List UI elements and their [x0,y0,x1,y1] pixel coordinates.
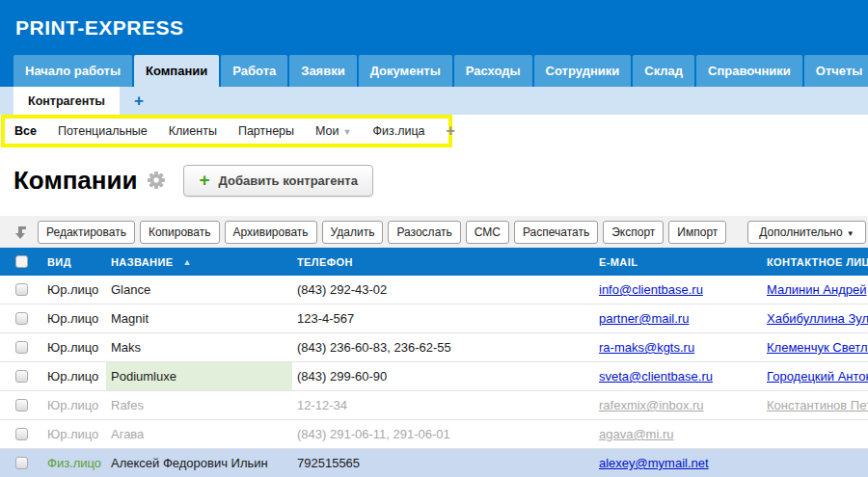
email-link[interactable]: ra-maks@kgts.ru [599,340,694,355]
filter-potencialnye[interactable]: Потенциальные [58,124,148,138]
copy-button[interactable]: Копировать [140,221,220,244]
tab-nachalo-raboty[interactable]: Начало работы [14,55,132,87]
column-header-email[interactable]: E-MAIL [595,256,761,268]
tab-sklad[interactable]: Склад [633,55,694,87]
caret-down-icon: ▼ [847,229,854,238]
row-checkbox[interactable] [15,457,28,469]
more-actions-button[interactable]: Дополнительно▼ [747,221,865,244]
row-checkbox[interactable] [15,428,28,440]
delete-button[interactable]: Удалить [322,221,384,244]
table-row[interactable]: Юр.лицо Glance (843) 292-43-02 info@clie… [0,276,868,305]
cell-type: Юр.лицо [42,427,106,441]
column-header-phone[interactable]: ТЕЛЕФОН [292,256,595,268]
email-link[interactable]: agava@mi.ru [599,427,674,441]
contact-link[interactable]: Хабибуллина Зуль [767,311,868,326]
tab-sotrudniki[interactable]: Сотрудники [534,55,632,87]
filter-bar: Все Потенциальные Клиенты Партнеры Мои▼ … [1,115,452,147]
cell-name-highlighted: Podiumluxe [106,362,292,390]
archive-button[interactable]: Архивировать [225,221,317,244]
more-actions-label: Дополнительно [759,225,842,239]
edit-button[interactable]: Редактировать [38,221,135,244]
cell-phone: 123-4-567 [292,311,595,326]
add-contractor-label: Добавить контрагента [219,173,358,188]
email-link[interactable]: info@clientbase.ru [599,282,703,297]
email-link[interactable]: alexey@mymail.net [599,456,709,470]
cell-name: Алексей Федорович Ильин [106,449,292,477]
tab-zayavki[interactable]: Заявки [289,55,356,87]
filter-partnery[interactable]: Партнеры [238,124,294,138]
table-row-archived[interactable]: Юр.лицо Rafes 12-12-34 rafexmix@inbox.ru… [0,391,868,420]
sms-button[interactable]: СМС [466,221,509,244]
subtab-kontragenty[interactable]: Контрагенты [14,87,120,115]
cell-name: Rafes [106,391,292,419]
cell-phone: (843) 292-43-02 [292,282,595,297]
row-checkbox[interactable] [15,283,28,296]
cell-name: Magnit [106,305,292,332]
cell-phone: 12-12-34 [292,398,595,412]
import-button[interactable]: Импорт [668,221,726,244]
filter-moi[interactable]: Мои▼ [315,124,351,138]
toolbar: Редактировать Копировать Архивировать Уд… [0,216,868,248]
cell-type: Юр.лицо [42,398,106,412]
table-row[interactable]: Юр.лицо Maks (843) 236-60-83, 236-62-55 … [0,333,868,362]
row-checkbox[interactable] [15,312,28,325]
cell-phone: (843) 236-60-83, 236-62-55 [292,340,595,355]
cell-name: Glance [106,276,292,304]
add-subtab-button[interactable]: + [120,87,158,115]
gear-icon[interactable] [147,171,166,190]
email-link[interactable]: sveta@clientbase.ru [599,369,713,384]
column-header-name[interactable]: НАЗВАНИЕ▲ [106,248,292,276]
tab-otchety[interactable]: Отчеты [804,55,868,87]
cell-name: Maks [106,333,292,361]
page-title: Компании [14,166,137,196]
filter-moi-label: Мои [315,124,339,138]
table-row[interactable]: Юр.лицо Magnit 123-4-567 partner@mail.ru… [0,305,868,333]
cell-phone: (843) 299-60-90 [292,369,595,384]
filter-klienty[interactable]: Клиенты [169,124,217,138]
cell-phone: 792515565 [292,456,595,470]
row-checkbox[interactable] [15,370,28,383]
table-header: ВИД НАЗВАНИЕ▲ ТЕЛЕФОН E-MAIL КОНТАКТНОЕ … [0,248,868,276]
cell-type: Юр.лицо [42,340,106,355]
export-button[interactable]: Экспорт [603,221,664,244]
tab-dokumenty[interactable]: Документы [359,55,452,87]
title-row: Компании + Добавить контрагента [14,159,868,201]
main-tab-bar: Начало работы Компании Работа Заявки Док… [0,55,868,87]
tab-rabota[interactable]: Работа [221,55,287,87]
cell-type: Юр.лицо [42,282,106,297]
column-header-type[interactable]: ВИД [42,256,106,268]
contact-link[interactable]: Клеменчук Светла [767,340,868,355]
send-button[interactable]: Разослать [388,221,460,244]
email-link[interactable]: rafexmix@inbox.ru [599,398,704,412]
collapse-down-arrow-icon[interactable] [14,225,27,240]
add-filter-button[interactable]: + [447,122,455,140]
table-row-selected[interactable]: Физ.лицо Алексей Федорович Ильин 7925155… [0,449,868,477]
filter-fizlica[interactable]: Физ.лица [372,124,424,138]
column-header-contact[interactable]: КОНТАКТНОЕ ЛИЦО [761,256,868,268]
plus-icon: + [199,173,209,187]
filter-all[interactable]: Все [14,124,37,138]
print-button[interactable]: Распечатать [514,221,598,244]
cell-type: Юр.лицо [42,369,106,384]
column-header-name-label: НАЗВАНИЕ [111,256,174,268]
row-checkbox[interactable] [15,399,28,411]
contact-link[interactable]: Городецкий Антон [767,369,868,384]
cell-type: Юр.лицо [42,311,106,326]
cell-name: Агава [106,420,292,448]
tab-spravochniki[interactable]: Справочники [696,55,802,87]
tab-raskhody[interactable]: Расходы [454,55,532,87]
table-row-archived[interactable]: Юр.лицо Агава (843) 291-06-11, 291-06-01… [0,420,868,449]
contact-link[interactable]: Константинов Пет [767,398,868,412]
table-row[interactable]: Юр.лицо Podiumluxe (843) 299-60-90 sveta… [0,362,868,391]
cell-phone: (843) 291-06-11, 291-06-01 [292,427,595,441]
row-checkbox[interactable] [15,341,28,354]
app-header: PRINT-EXPRESS [0,0,868,55]
add-contractor-button[interactable]: + Добавить контрагента [183,165,372,197]
app-logo: PRINT-EXPRESS [15,16,184,40]
email-link[interactable]: partner@mail.ru [599,311,689,326]
sub-tab-bar: Контрагенты + [0,87,868,115]
contact-link[interactable]: Малинин Андрей [767,282,866,297]
tab-kompanii[interactable]: Компании [134,55,219,87]
select-all-checkbox[interactable] [15,255,28,268]
chevron-down-icon: ▼ [343,127,352,137]
